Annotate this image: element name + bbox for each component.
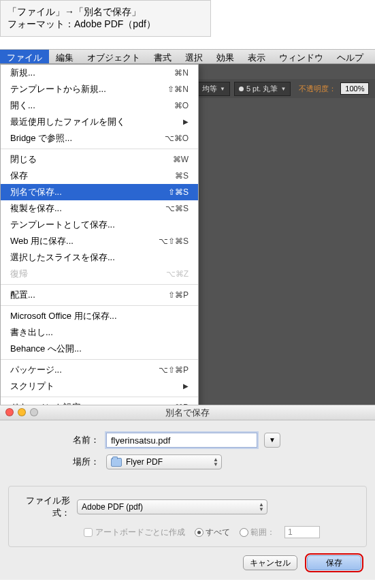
menu-item[interactable]: 複製を保存...⌥⌘S bbox=[1, 200, 198, 217]
menu-edit[interactable]: 編集 bbox=[49, 50, 80, 63]
menu-item[interactable]: テンプレートから新規...⇧⌘N bbox=[1, 81, 198, 97]
menu-item[interactable]: Behance へ公開... bbox=[1, 341, 198, 357]
updown-icon: ▲▼ bbox=[213, 457, 218, 467]
menu-item-label: Behance へ公開... bbox=[10, 342, 82, 356]
format-panel: ファイル形式： Adobe PDF (pdf) ▲▼ アートボードごとに作成 す… bbox=[8, 486, 367, 547]
menu-item-label: 保存 bbox=[10, 169, 28, 183]
menu-item-label: 最近使用したファイルを開く bbox=[10, 115, 125, 129]
dialog-title: 別名で保存 bbox=[165, 407, 210, 418]
menu-select[interactable]: 選択 bbox=[178, 50, 210, 63]
menu-shortcut: ⌥⌘O bbox=[165, 131, 189, 145]
format-label: ファイル形式： bbox=[16, 495, 77, 519]
menu-shortcut: ⌘N bbox=[174, 66, 189, 80]
name-label: 名前： bbox=[11, 434, 106, 446]
menu-item-label: 復帰 bbox=[10, 267, 28, 281]
menu-item[interactable]: ドキュメント設定...⌥⌘P bbox=[1, 399, 198, 405]
menu-shortcut: ⌥⇧⌘P bbox=[159, 363, 189, 377]
menu-item[interactable]: Bridge で参照...⌥⌘O bbox=[1, 130, 198, 146]
location-select[interactable]: Flyer PDF ▲▼ bbox=[106, 454, 222, 469]
menu-shortcut: ⌥⌘Z bbox=[166, 267, 189, 281]
menu-item[interactable]: 配置...⇧⌘P bbox=[1, 287, 198, 303]
menu-shortcut: ⌥⌘P bbox=[165, 401, 189, 405]
zoom-window-button[interactable] bbox=[30, 408, 38, 416]
menu-shortcut: ⌘S bbox=[175, 169, 189, 183]
menu-item[interactable]: スクリプト▶ bbox=[1, 378, 198, 394]
dialog-titlebar: 別名で保存 bbox=[0, 405, 375, 420]
menu-view[interactable]: 表示 bbox=[241, 50, 272, 63]
minimize-window-button[interactable] bbox=[18, 408, 26, 416]
menu-item[interactable]: テンプレートとして保存... bbox=[1, 217, 198, 233]
menu-item-label: 開く... bbox=[10, 99, 35, 112]
menu-item[interactable]: 別名で保存...⇧⌘S bbox=[1, 184, 198, 200]
menu-separator bbox=[1, 359, 198, 360]
opacity-value[interactable]: 100% bbox=[340, 82, 369, 95]
menu-item[interactable]: 最近使用したファイルを開く▶ bbox=[1, 114, 198, 130]
menu-item[interactable]: 選択したスライスを保存... bbox=[1, 249, 198, 266]
menu-shortcut: ⌥⇧⌘S bbox=[159, 234, 189, 248]
menu-item[interactable]: 新規...⌘N bbox=[1, 65, 198, 81]
window-controls bbox=[5, 408, 38, 416]
menu-shortcut: ⇧⌘N bbox=[167, 82, 189, 96]
close-window-button[interactable] bbox=[5, 408, 14, 416]
filename-input[interactable] bbox=[106, 433, 257, 448]
menu-item[interactable]: 保存⌘S bbox=[1, 168, 198, 184]
caption-line2: フォーマット：Adobe PDF（pdf） bbox=[7, 18, 203, 31]
menu-file[interactable]: ファイル bbox=[0, 50, 49, 63]
file-dropdown-menu: 新規...⌘Nテンプレートから新規...⇧⌘N開く...⌘O最近使用したファイル… bbox=[0, 64, 199, 405]
menu-item: 復帰⌥⌘Z bbox=[1, 266, 198, 282]
range-custom-radio[interactable]: 範囲： bbox=[240, 527, 275, 538]
updown-icon: ▲▼ bbox=[259, 502, 264, 512]
menu-separator bbox=[1, 397, 198, 397]
app-body: 均等▼ 5 pt. 丸筆▼ 不透明度： 100% 新規...⌘Nテンプレートから… bbox=[0, 64, 375, 405]
menu-item[interactable]: 開く...⌘O bbox=[1, 97, 198, 114]
menu-separator bbox=[1, 149, 198, 149]
menu-type[interactable]: 書式 bbox=[147, 50, 178, 63]
menu-item-label: 配置... bbox=[10, 288, 35, 302]
save-as-dialog: 別名で保存 名前： ▼ 場所： Flyer PDF ▲▼ ファイル形式： Ado… bbox=[0, 405, 375, 580]
format-value: Adobe PDF (pdf) bbox=[82, 502, 143, 512]
menu-shortcut: ⌘W bbox=[173, 153, 189, 166]
illustrator-window: ファイル 編集 オブジェクト 書式 選択 効果 表示 ウィンドウ ヘルプ 均等▼… bbox=[0, 49, 375, 405]
menu-item[interactable]: 閉じる⌘W bbox=[1, 151, 198, 168]
instruction-caption: 「ファイル」→「別名で保存」 フォーマット：Adobe PDF（pdf） bbox=[0, 0, 211, 37]
folder-icon bbox=[111, 458, 122, 467]
menu-separator bbox=[1, 305, 198, 306]
menu-item[interactable]: Microsoft Office 用に保存... bbox=[1, 308, 198, 324]
menu-shortcut: ⌥⌘S bbox=[165, 202, 189, 215]
range-input[interactable] bbox=[284, 526, 320, 538]
menu-window[interactable]: ウィンドウ bbox=[272, 50, 330, 63]
save-button[interactable]: 保存 bbox=[307, 555, 361, 570]
menu-item-label: 複製を保存... bbox=[10, 202, 62, 215]
expand-dialog-button[interactable]: ▼ bbox=[264, 433, 280, 448]
menu-item-label: スクリプト bbox=[10, 380, 54, 393]
menu-shortcut: ⇧⌘P bbox=[168, 288, 189, 302]
menu-separator bbox=[1, 284, 198, 285]
stroke-align-select[interactable]: 均等▼ bbox=[197, 82, 230, 96]
submenu-arrow-icon: ▶ bbox=[183, 380, 189, 393]
menu-item-label: Microsoft Office 用に保存... bbox=[10, 309, 117, 323]
range-all-radio[interactable]: すべて bbox=[195, 527, 230, 538]
file-format-select[interactable]: Adobe PDF (pdf) ▲▼ bbox=[77, 499, 267, 514]
location-value: Flyer PDF bbox=[126, 457, 163, 467]
menu-help[interactable]: ヘルプ bbox=[330, 50, 370, 63]
menu-shortcut: ⌘O bbox=[174, 99, 189, 112]
opacity-label: 不透明度： bbox=[299, 84, 336, 94]
menu-item-label: 選択したスライスを保存... bbox=[10, 251, 115, 264]
menu-item[interactable]: パッケージ...⌥⇧⌘P bbox=[1, 362, 198, 378]
menubar: ファイル 編集 オブジェクト 書式 選択 効果 表示 ウィンドウ ヘルプ bbox=[0, 49, 375, 64]
menu-item-label: 閉じる bbox=[10, 153, 37, 166]
menu-item-label: パッケージ... bbox=[10, 363, 62, 377]
menu-object[interactable]: オブジェクト bbox=[80, 50, 147, 63]
menu-item-label: テンプレートとして保存... bbox=[10, 218, 115, 232]
menu-effect[interactable]: 効果 bbox=[210, 50, 241, 63]
brush-select[interactable]: 5 pt. 丸筆▼ bbox=[234, 82, 291, 96]
per-artboard-checkbox[interactable]: アートボードごとに作成 bbox=[84, 527, 185, 538]
location-label: 場所： bbox=[11, 456, 106, 468]
menu-item-label: テンプレートから新規... bbox=[10, 82, 106, 96]
menu-item-label: Bridge で参照... bbox=[10, 131, 72, 145]
menu-item[interactable]: Web 用に保存...⌥⇧⌘S bbox=[1, 233, 198, 249]
menu-item[interactable]: 書き出し... bbox=[1, 324, 198, 341]
menu-shortcut: ⇧⌘S bbox=[168, 185, 189, 199]
cancel-button[interactable]: キャンセル bbox=[243, 555, 297, 570]
menu-item-label: 新規... bbox=[10, 66, 35, 80]
